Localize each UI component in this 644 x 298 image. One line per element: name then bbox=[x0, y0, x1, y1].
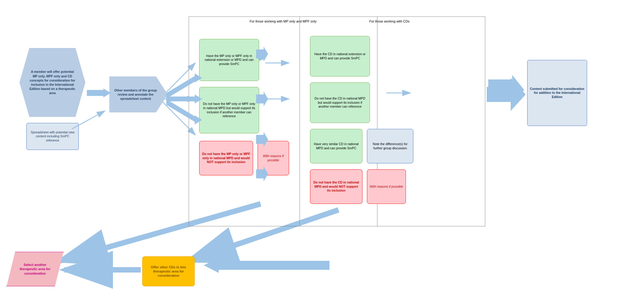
select-another-text: Select another therapeutic area for cons… bbox=[16, 263, 54, 276]
cd-reasons-box: With reasons if possible bbox=[367, 169, 406, 204]
mp-green-box-2: Do not have the MP only or MPF only in n… bbox=[199, 87, 259, 133]
cd-section-label: For those working with CDs bbox=[359, 19, 419, 23]
select-another-box: Select another therapeutic area for cons… bbox=[7, 252, 64, 286]
mp-green-1-text: Have the MP only or MPF only in national… bbox=[202, 54, 256, 66]
mp-green-box-1: Have the MP only or MPF only in national… bbox=[199, 39, 259, 81]
svg-marker-25 bbox=[195, 115, 202, 124]
cd-green-box-1: Have the CD in national extension or MPD… bbox=[310, 36, 370, 76]
mp-right-arrows bbox=[256, 39, 268, 189]
offer-other-cds-box: Offer other CDs in this therapeutic area… bbox=[142, 256, 195, 286]
spreadsheet-box: Spreadsheet with potential new content i… bbox=[26, 123, 79, 150]
spreadsheet-to-pentagon-arrow bbox=[72, 108, 111, 132]
member-hexagon: A member will offer potential MP only, M… bbox=[19, 48, 85, 117]
svg-marker-14 bbox=[256, 91, 268, 106]
cd-green-box-2: Do not have the CD in national MPD but w… bbox=[310, 82, 370, 123]
cd-green-box-3: Have very similar CD in national MPD and… bbox=[310, 129, 362, 163]
cd-reasons-text: With reasons if possible bbox=[370, 185, 403, 189]
svg-marker-26 bbox=[87, 88, 111, 97]
cd-green-1-text: Have the CD in national extension or MPD… bbox=[313, 52, 367, 60]
other-members-text: Other members of the group review and an… bbox=[109, 88, 168, 101]
cd-green-2-text: Do not have the CD in national MPD but w… bbox=[313, 97, 367, 109]
hex-to-pentagon-arrow bbox=[87, 88, 111, 97]
svg-line-27 bbox=[72, 111, 105, 129]
mp-red-box: Do not have the MP only or MPF only in n… bbox=[199, 141, 253, 175]
svg-marker-24 bbox=[195, 94, 202, 103]
diagram: A member will offer potential MP only, M… bbox=[0, 0, 644, 298]
svg-marker-16 bbox=[256, 166, 268, 181]
member-hexagon-text: A member will offer potential MP only, M… bbox=[28, 70, 76, 95]
svg-marker-13 bbox=[256, 46, 268, 61]
other-members-pentagon: Other members of the group review and an… bbox=[109, 76, 168, 112]
content-submitted-box: Content submitted for consideration for … bbox=[527, 60, 587, 126]
cd-note-text: Note the difference(s) for further group… bbox=[370, 142, 411, 150]
spreadsheet-text: Spreadsheet with potential new content i… bbox=[29, 130, 76, 143]
bottom-left-arrow bbox=[204, 258, 329, 273]
fan-arrows bbox=[166, 60, 202, 150]
cd-right-arrows bbox=[488, 45, 524, 165]
svg-marker-18 bbox=[488, 75, 524, 105]
mp-green-2-text: Do not have the MP only or MPF only in n… bbox=[202, 102, 256, 118]
cd-red-text: Do not have the CD in national MPD and w… bbox=[313, 180, 360, 193]
cd-note-box: Note the difference(s) for further group… bbox=[367, 129, 413, 163]
svg-marker-15 bbox=[256, 132, 268, 147]
svg-line-20 bbox=[166, 78, 196, 96]
svg-marker-23 bbox=[195, 73, 202, 82]
cd-green-3-text: Have very similar CD in national MPD and… bbox=[313, 142, 360, 150]
offer-other-cds-text: Offer other CDs in this therapeutic area… bbox=[146, 265, 191, 278]
content-submitted-text: Content submitted for consideration for … bbox=[530, 87, 584, 99]
svg-line-22 bbox=[166, 102, 196, 120]
mp-red-text: Do not have the MP only or MPF only in n… bbox=[202, 152, 250, 164]
svg-marker-19 bbox=[204, 258, 329, 273]
cd-red-box: Do not have the CD in national MPD and w… bbox=[310, 169, 362, 204]
